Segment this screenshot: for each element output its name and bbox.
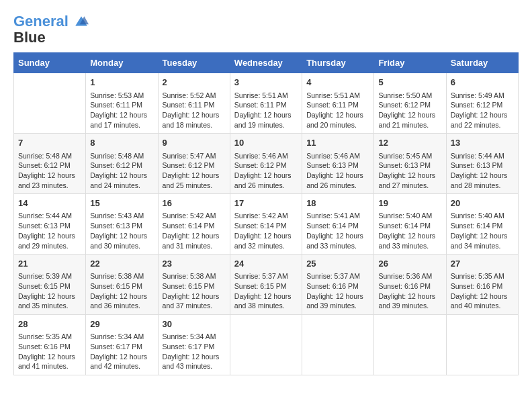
calendar-cell: 20Sunrise: 5:40 AM Sunset: 6:14 PM Dayli… [446,194,518,255]
column-header-saturday: Saturday [446,53,518,73]
day-info: Sunrise: 5:34 AM Sunset: 6:17 PM Dayligh… [90,332,153,371]
calendar-week-row: 1Sunrise: 5:53 AM Sunset: 6:11 PM Daylig… [14,73,519,134]
calendar-cell: 15Sunrise: 5:43 AM Sunset: 6:13 PM Dayli… [86,194,158,255]
day-info: Sunrise: 5:50 AM Sunset: 6:12 PM Dayligh… [378,91,441,130]
logo-line1: General [13,13,69,30]
calendar-cell: 30Sunrise: 5:34 AM Sunset: 6:17 PM Dayli… [158,315,230,375]
calendar-cell: 17Sunrise: 5:42 AM Sunset: 6:14 PM Dayli… [230,194,302,255]
day-info: Sunrise: 5:34 AM Sunset: 6:17 PM Dayligh… [163,332,226,371]
day-info: Sunrise: 5:51 AM Sunset: 6:11 PM Dayligh… [306,91,369,130]
day-number: 28 [18,318,81,330]
calendar-cell: 6Sunrise: 5:49 AM Sunset: 6:12 PM Daylig… [446,73,518,134]
day-number: 2 [163,77,226,89]
day-info: Sunrise: 5:40 AM Sunset: 6:14 PM Dayligh… [378,211,441,250]
calendar-cell: 5Sunrise: 5:50 AM Sunset: 6:12 PM Daylig… [374,73,446,134]
calendar-cell: 25Sunrise: 5:37 AM Sunset: 6:16 PM Dayli… [302,255,374,315]
day-number: 30 [163,318,226,330]
day-number: 11 [306,137,369,149]
calendar-cell: 18Sunrise: 5:41 AM Sunset: 6:14 PM Dayli… [302,194,374,255]
calendar-cell: 8Sunrise: 5:48 AM Sunset: 6:12 PM Daylig… [86,134,158,194]
day-info: Sunrise: 5:42 AM Sunset: 6:14 PM Dayligh… [234,211,298,250]
day-info: Sunrise: 5:46 AM Sunset: 6:13 PM Dayligh… [306,151,369,191]
calendar-cell [14,73,86,134]
logo-icon [74,15,89,30]
calendar-cell: 21Sunrise: 5:39 AM Sunset: 6:15 PM Dayli… [14,255,86,315]
day-info: Sunrise: 5:43 AM Sunset: 6:13 PM Dayligh… [90,211,153,250]
calendar-week-row: 21Sunrise: 5:39 AM Sunset: 6:15 PM Dayli… [14,255,519,315]
day-info: Sunrise: 5:47 AM Sunset: 6:12 PM Dayligh… [163,151,226,191]
day-number: 6 [451,77,514,89]
day-info: Sunrise: 5:39 AM Sunset: 6:15 PM Dayligh… [18,271,81,311]
calendar-cell: 27Sunrise: 5:35 AM Sunset: 6:16 PM Dayli… [446,255,518,315]
calendar-cell: 4Sunrise: 5:51 AM Sunset: 6:11 PM Daylig… [302,73,374,134]
calendar-week-row: 28Sunrise: 5:35 AM Sunset: 6:16 PM Dayli… [14,315,519,375]
day-info: Sunrise: 5:48 AM Sunset: 6:12 PM Dayligh… [90,151,153,191]
day-info: Sunrise: 5:38 AM Sunset: 6:15 PM Dayligh… [90,271,153,311]
calendar-cell: 22Sunrise: 5:38 AM Sunset: 6:15 PM Dayli… [86,255,158,315]
page-header: General Blue [13,13,519,46]
day-number: 29 [90,318,153,330]
calendar-cell: 29Sunrise: 5:34 AM Sunset: 6:17 PM Dayli… [86,315,158,375]
calendar-header-row: SundayMondayTuesdayWednesdayThursdayFrid… [14,53,519,73]
day-info: Sunrise: 5:40 AM Sunset: 6:14 PM Dayligh… [451,211,514,250]
day-number: 18 [306,197,369,210]
calendar-cell: 3Sunrise: 5:51 AM Sunset: 6:11 PM Daylig… [230,73,302,134]
day-number: 15 [90,197,153,210]
day-number: 24 [234,258,298,270]
calendar-cell: 1Sunrise: 5:53 AM Sunset: 6:11 PM Daylig… [86,73,158,134]
day-info: Sunrise: 5:44 AM Sunset: 6:13 PM Dayligh… [18,211,81,250]
day-info: Sunrise: 5:42 AM Sunset: 6:14 PM Dayligh… [163,211,226,250]
day-number: 13 [451,137,514,149]
calendar-cell: 2Sunrise: 5:52 AM Sunset: 6:11 PM Daylig… [158,73,230,134]
calendar-cell: 28Sunrise: 5:35 AM Sunset: 6:16 PM Dayli… [14,315,86,375]
column-header-monday: Monday [86,53,158,73]
column-header-wednesday: Wednesday [230,53,302,73]
calendar-cell: 26Sunrise: 5:36 AM Sunset: 6:16 PM Dayli… [374,255,446,315]
day-number: 23 [163,258,226,270]
calendar-cell: 23Sunrise: 5:38 AM Sunset: 6:15 PM Dayli… [158,255,230,315]
calendar-cell: 19Sunrise: 5:40 AM Sunset: 6:14 PM Dayli… [374,194,446,255]
day-number: 1 [90,77,153,89]
calendar-week-row: 14Sunrise: 5:44 AM Sunset: 6:13 PM Dayli… [14,194,519,255]
logo-line2: Blue [13,30,89,46]
day-info: Sunrise: 5:35 AM Sunset: 6:16 PM Dayligh… [18,332,81,371]
day-info: Sunrise: 5:37 AM Sunset: 6:16 PM Dayligh… [306,271,369,311]
calendar-cell: 11Sunrise: 5:46 AM Sunset: 6:13 PM Dayli… [302,134,374,194]
day-number: 25 [306,258,369,270]
day-info: Sunrise: 5:46 AM Sunset: 6:12 PM Dayligh… [234,151,298,191]
calendar-table: SundayMondayTuesdayWednesdayThursdayFrid… [13,52,519,375]
calendar-cell [374,315,446,375]
day-number: 12 [378,137,441,149]
calendar-cell: 9Sunrise: 5:47 AM Sunset: 6:12 PM Daylig… [158,134,230,194]
column-header-thursday: Thursday [302,53,374,73]
day-info: Sunrise: 5:44 AM Sunset: 6:13 PM Dayligh… [451,151,514,191]
calendar-cell: 7Sunrise: 5:48 AM Sunset: 6:12 PM Daylig… [14,134,86,194]
calendar-cell: 16Sunrise: 5:42 AM Sunset: 6:14 PM Dayli… [158,194,230,255]
day-info: Sunrise: 5:41 AM Sunset: 6:14 PM Dayligh… [306,211,369,250]
calendar-cell: 13Sunrise: 5:44 AM Sunset: 6:13 PM Dayli… [446,134,518,194]
logo: General Blue [13,13,89,46]
day-info: Sunrise: 5:53 AM Sunset: 6:11 PM Dayligh… [90,91,153,130]
day-number: 5 [378,77,441,89]
day-number: 21 [18,258,81,270]
calendar-cell: 10Sunrise: 5:46 AM Sunset: 6:12 PM Dayli… [230,134,302,194]
calendar-cell: 14Sunrise: 5:44 AM Sunset: 6:13 PM Dayli… [14,194,86,255]
day-info: Sunrise: 5:36 AM Sunset: 6:16 PM Dayligh… [378,271,441,311]
day-number: 9 [163,137,226,149]
day-number: 3 [234,77,298,89]
day-info: Sunrise: 5:48 AM Sunset: 6:12 PM Dayligh… [18,151,81,191]
calendar-cell [446,315,518,375]
day-info: Sunrise: 5:35 AM Sunset: 6:16 PM Dayligh… [451,271,514,311]
calendar-cell: 12Sunrise: 5:45 AM Sunset: 6:13 PM Dayli… [374,134,446,194]
calendar-cell [302,315,374,375]
day-number: 19 [378,197,441,210]
day-info: Sunrise: 5:45 AM Sunset: 6:13 PM Dayligh… [378,151,441,191]
day-number: 4 [306,77,369,89]
day-info: Sunrise: 5:52 AM Sunset: 6:11 PM Dayligh… [163,91,226,130]
day-number: 20 [451,197,514,210]
day-info: Sunrise: 5:49 AM Sunset: 6:12 PM Dayligh… [451,91,514,130]
day-number: 26 [378,258,441,270]
day-info: Sunrise: 5:37 AM Sunset: 6:15 PM Dayligh… [234,271,298,311]
day-info: Sunrise: 5:51 AM Sunset: 6:11 PM Dayligh… [234,91,298,130]
day-number: 17 [234,197,298,210]
